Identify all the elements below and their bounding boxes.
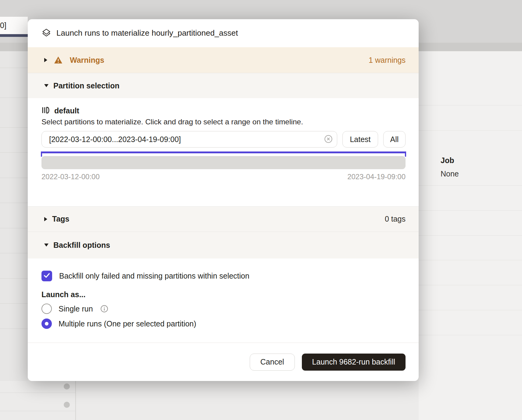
- job-column-value: None: [441, 169, 459, 178]
- partition-range-field: [41, 131, 337, 148]
- warning-triangle-icon: [54, 56, 63, 64]
- clear-circle-icon: [324, 135, 333, 144]
- table-row-divider: [0, 253, 28, 253]
- multiple-runs-radio[interactable]: Multiple runs (One per selected partitio…: [41, 319, 419, 329]
- table-row-divider: [0, 228, 28, 228]
- warnings-label: Warnings: [70, 56, 104, 65]
- materialize-icon: [42, 28, 51, 38]
- job-column-header: Job: [441, 156, 454, 165]
- single-run-radio[interactable]: Single run: [41, 304, 419, 314]
- table-row-divider: [0, 303, 28, 304]
- backfill-options-header[interactable]: Backfill options: [28, 232, 419, 259]
- single-run-label: Single run: [59, 304, 93, 313]
- selection-range-bracket: [41, 151, 406, 153]
- clear-input-button[interactable]: [324, 135, 333, 144]
- table-row-divider: [419, 210, 522, 211]
- partition-selection-body: default Select partitions to materialize…: [28, 98, 419, 206]
- backdrop-navy-line: [0, 34, 28, 37]
- expand-caret-icon: [44, 244, 48, 247]
- multiple-runs-label: Multiple runs (One per selected partitio…: [59, 319, 196, 328]
- warnings-count: 1 warnings: [369, 56, 406, 65]
- backdrop-fragment-text: 0]: [0, 21, 6, 30]
- table-row-divider: [0, 68, 28, 68]
- dimension-name: default: [54, 106, 79, 115]
- partition-selection-header[interactable]: Partition selection: [28, 73, 419, 98]
- table-row-divider: [419, 310, 522, 310]
- info-circle-icon[interactable]: [100, 305, 108, 313]
- latest-button[interactable]: Latest: [342, 131, 378, 148]
- partition-selection-label: Partition selection: [53, 81, 120, 90]
- dialog-title: Launch runs to materialize hourly_partit…: [56, 28, 238, 38]
- tags-label: Tags: [52, 215, 70, 223]
- table-row-divider: [419, 285, 522, 285]
- table-row-divider: [0, 329, 28, 329]
- table-row-divider: [0, 278, 28, 279]
- partition-dimension-row: default: [41, 106, 406, 116]
- tags-section-header[interactable]: Tags 0 tags: [28, 206, 419, 232]
- radio-circle[interactable]: [41, 319, 52, 329]
- table-row-divider: [419, 335, 522, 335]
- checkbox-box[interactable]: [41, 271, 52, 281]
- partition-timeline-bar[interactable]: [41, 156, 406, 169]
- launch-as-label: Launch as...: [41, 290, 419, 299]
- timeline-dot: [64, 383, 70, 390]
- expand-caret-icon: [44, 84, 48, 87]
- table-row-divider: [419, 185, 522, 186]
- backdrop-input-fragment: 0]: [0, 17, 28, 34]
- table-row-divider: [0, 393, 75, 393]
- table-row-divider: [0, 411, 75, 411]
- collapse-caret-icon: [44, 217, 47, 221]
- partition-icon: [41, 106, 50, 116]
- dialog-footer: Cancel Launch 9682-run backfill: [28, 343, 419, 381]
- table-row-divider: [419, 130, 522, 131]
- tags-count: 0 tags: [385, 215, 406, 223]
- launch-backfill-dialog: Launch runs to materialize hourly_partit…: [28, 19, 419, 381]
- backfill-failed-missing-checkbox[interactable]: Backfill only failed and missing partiti…: [41, 271, 419, 281]
- screen: 0] Job None: [0, 0, 522, 420]
- timeline-labels: 2022-03-12-00:00 2023-04-19-09:00: [41, 173, 406, 181]
- timeline-start-label: 2022-03-12-00:00: [41, 173, 100, 181]
- backdrop-bottom-area: [0, 381, 419, 420]
- radio-circle[interactable]: [41, 304, 52, 314]
- dialog-header: Launch runs to materialize hourly_partit…: [28, 19, 419, 47]
- collapse-caret-icon: [44, 58, 47, 62]
- table-row-divider: [0, 178, 28, 178]
- table-row-divider: [0, 98, 28, 98]
- table-row-divider: [419, 260, 522, 260]
- check-icon: [43, 271, 51, 281]
- table-row-divider: [419, 105, 522, 105]
- warnings-section-header[interactable]: Warnings 1 warnings: [28, 47, 419, 73]
- table-row-divider: [0, 152, 28, 153]
- partition-instructions: Select partitions to materialize. Click …: [41, 118, 406, 126]
- cancel-button[interactable]: Cancel: [250, 354, 295, 371]
- timeline-dot: [64, 402, 70, 408]
- all-button[interactable]: All: [383, 131, 406, 148]
- backfill-options-body: Backfill only failed and missing partiti…: [28, 258, 419, 343]
- table-row-divider: [0, 203, 28, 203]
- partition-controls: Latest All: [41, 131, 406, 148]
- partition-range-input[interactable]: [48, 135, 324, 144]
- backdrop-right-panel: Job None: [419, 51, 522, 420]
- backdrop-vertical-divider: [75, 381, 76, 420]
- backdrop-left-column: [0, 51, 28, 420]
- checkbox-label: Backfill only failed and missing partiti…: [59, 272, 249, 280]
- table-row-divider: [0, 127, 28, 128]
- launch-backfill-button[interactable]: Launch 9682-run backfill: [302, 354, 406, 371]
- backfill-options-label: Backfill options: [53, 241, 110, 250]
- timeline-end-label: 2023-04-19-09:00: [347, 173, 406, 181]
- table-row-divider: [419, 235, 522, 236]
